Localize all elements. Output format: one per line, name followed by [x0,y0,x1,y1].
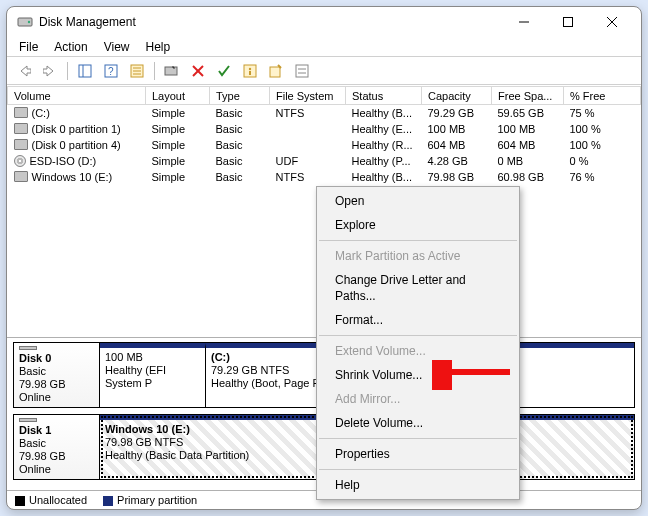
list-icon [295,64,309,78]
hard-drive-icon [19,346,37,350]
cm-delete[interactable]: Delete Volume... [317,411,519,435]
partition-status: Healthy (Boot, Page F [211,377,328,390]
disk-size: 79.98 GB [19,450,94,463]
hard-drive-icon [19,418,37,422]
show-hide-button[interactable] [74,60,96,82]
details-icon [130,64,144,78]
tool-button-a[interactable] [265,60,287,82]
svg-rect-19 [249,71,251,75]
col-volume[interactable]: Volume [8,87,146,105]
volume-pctfree: 0 % [564,153,641,169]
volume-type: Basic [210,153,270,169]
col-layout[interactable]: Layout [146,87,210,105]
volume-fs: NTFS [270,169,346,185]
swatch-primary [103,496,113,506]
maximize-icon [563,17,573,27]
col-free[interactable]: Free Spa... [492,87,564,105]
hard-drive-icon [14,139,28,150]
disk-label: Disk 0 [19,352,94,365]
back-button[interactable] [13,60,35,82]
volume-layout: Simple [146,137,210,153]
volume-type: Basic [210,137,270,153]
cm-explore[interactable]: Explore [317,213,519,237]
disk-info[interactable]: Disk 1Basic79.98 GBOnline [14,415,100,479]
disk-info[interactable]: Disk 0Basic79.98 GBOnline [14,343,100,407]
volume-fs: NTFS [270,105,346,121]
volume-status: Healthy (E... [346,121,422,137]
panel-icon [78,64,92,78]
details-view-button[interactable] [126,60,148,82]
volume-row[interactable]: Windows 10 (E:)SimpleBasicNTFSHealthy (B… [8,169,641,185]
column-headers[interactable]: Volume Layout Type File System Status Ca… [8,87,641,105]
disk-status: Online [19,463,94,476]
properties-icon [243,64,257,78]
col-filesystem[interactable]: File System [270,87,346,105]
cm-add-mirror: Add Mirror... [317,387,519,411]
menu-file[interactable]: File [13,39,44,55]
disk-type: Basic [19,437,94,450]
cm-help[interactable]: Help [317,473,519,497]
disk-status: Online [19,391,94,404]
volume-pctfree: 75 % [564,105,641,121]
col-status[interactable]: Status [346,87,422,105]
volume-row[interactable]: (Disk 0 partition 4)SimpleBasicHealthy (… [8,137,641,153]
volume-layout: Simple [146,105,210,121]
volume-capacity: 604 MB [422,137,492,153]
settings-button[interactable] [161,60,183,82]
col-capacity[interactable]: Capacity [422,87,492,105]
volume-row[interactable]: ESD-ISO (D:)SimpleBasicUDFHealthy (P...4… [8,153,641,169]
volume-name: Windows 10 (E:) [32,171,113,183]
partition-size: 79.29 GB NTFS [211,364,328,377]
minimize-button[interactable] [505,8,549,36]
volume-status: Healthy (P... [346,153,422,169]
volume-row[interactable]: (C:)SimpleBasicNTFSHealthy (B...79.29 GB… [8,105,641,121]
partition-block[interactable]: (C:)79.29 GB NTFSHealthy (Boot, Page F [206,343,334,407]
cm-change-letter[interactable]: Change Drive Letter and Paths... [317,268,519,308]
back-icon [17,65,31,77]
hard-drive-icon [14,107,28,118]
hard-drive-icon [14,171,28,182]
close-icon [607,17,617,27]
volume-row[interactable]: (Disk 0 partition 1)SimpleBasicHealthy (… [8,121,641,137]
check-button[interactable] [213,60,235,82]
disk-size: 79.98 GB [19,378,94,391]
partition-status: Healthy (EFI System P [105,364,200,390]
cm-open[interactable]: Open [317,189,519,213]
volume-fs [270,121,346,137]
close-button[interactable] [593,8,637,36]
volume-name: (Disk 0 partition 1) [32,123,121,135]
volume-free: 59.65 GB [492,105,564,121]
volume-layout: Simple [146,153,210,169]
volume-name: (C:) [32,107,50,119]
tool-button-b[interactable] [291,60,313,82]
help-icon: ? [104,64,118,78]
cm-format[interactable]: Format... [317,308,519,332]
svg-text:?: ? [108,66,114,77]
delete-button[interactable] [187,60,209,82]
col-pctfree[interactable]: % Free [564,87,641,105]
volume-free: 60.98 GB [492,169,564,185]
settings-icon [164,64,180,78]
volume-layout: Simple [146,169,210,185]
help-toolbar-button[interactable]: ? [100,60,122,82]
col-type[interactable]: Type [210,87,270,105]
menu-view[interactable]: View [98,39,136,55]
volume-free: 100 MB [492,121,564,137]
volume-list[interactable]: Volume Layout Type File System Status Ca… [7,85,641,185]
volume-status: Healthy (B... [346,105,422,121]
disk-type: Basic [19,365,94,378]
app-icon [17,14,33,30]
cm-properties[interactable]: Properties [317,442,519,466]
volume-status: Healthy (R... [346,137,422,153]
titlebar[interactable]: Disk Management [7,7,641,37]
menu-action[interactable]: Action [48,39,93,55]
menu-help[interactable]: Help [140,39,177,55]
forward-button[interactable] [39,60,61,82]
minimize-icon [519,17,529,27]
partition-block[interactable]: 100 MBHealthy (EFI System P [100,343,206,407]
volume-free: 0 MB [492,153,564,169]
volume-type: Basic [210,169,270,185]
maximize-button[interactable] [549,8,593,36]
properties-button[interactable] [239,60,261,82]
delete-icon [192,65,204,77]
